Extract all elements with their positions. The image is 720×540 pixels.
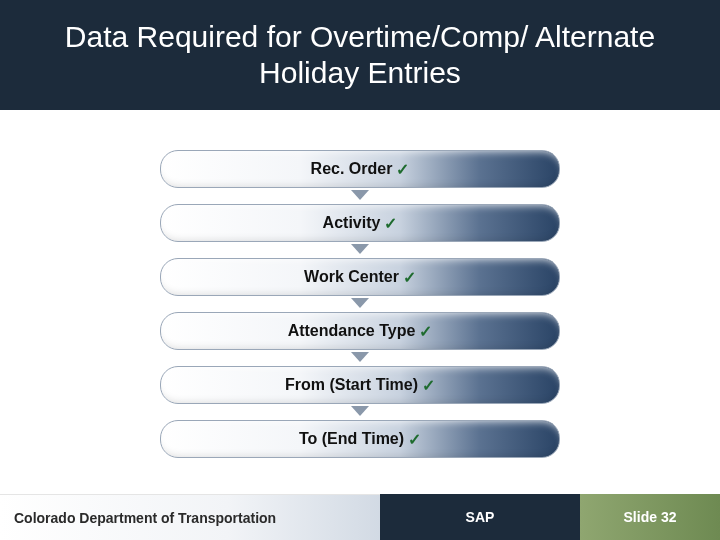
flow-diagram: Rec. Order ✓ Activity ✓ Work Center ✓ At… <box>160 150 560 458</box>
step-label: Attendance Type <box>288 322 416 340</box>
step-attendance-type: Attendance Type ✓ <box>160 312 560 350</box>
arrow-connector <box>160 242 560 258</box>
step-label: To (End Time) <box>299 430 404 448</box>
footer-slide-number: Slide 32 <box>580 494 720 540</box>
chevron-down-icon <box>351 298 369 308</box>
footer-system-text: SAP <box>466 509 495 525</box>
title-text: Data Required for Overtime/Comp/ Alterna… <box>20 19 700 91</box>
footer-org-text: Colorado Department of Transportation <box>14 510 276 526</box>
check-icon: ✓ <box>408 430 421 449</box>
step-label: Rec. Order <box>311 160 393 178</box>
check-icon: ✓ <box>384 214 397 233</box>
step-rec-order: Rec. Order ✓ <box>160 150 560 188</box>
check-icon: ✓ <box>422 376 435 395</box>
step-activity: Activity ✓ <box>160 204 560 242</box>
chevron-down-icon <box>351 190 369 200</box>
arrow-connector <box>160 404 560 420</box>
slide-title: Data Required for Overtime/Comp/ Alterna… <box>0 0 720 110</box>
arrow-connector <box>160 350 560 366</box>
chevron-down-icon <box>351 352 369 362</box>
chevron-down-icon <box>351 406 369 416</box>
step-from-time: From (Start Time) ✓ <box>160 366 560 404</box>
step-label: From (Start Time) <box>285 376 418 394</box>
arrow-connector <box>160 188 560 204</box>
step-to-time: To (End Time) ✓ <box>160 420 560 458</box>
chevron-down-icon <box>351 244 369 254</box>
footer-org: Colorado Department of Transportation <box>0 494 380 540</box>
check-icon: ✓ <box>396 160 409 179</box>
step-label: Work Center <box>304 268 399 286</box>
check-icon: ✓ <box>403 268 416 287</box>
step-label: Activity <box>323 214 381 232</box>
footer-system: SAP <box>380 494 580 540</box>
arrow-connector <box>160 296 560 312</box>
slide-footer: Colorado Department of Transportation SA… <box>0 494 720 540</box>
footer-slide-text: Slide 32 <box>624 509 677 525</box>
step-work-center: Work Center ✓ <box>160 258 560 296</box>
check-icon: ✓ <box>419 322 432 341</box>
